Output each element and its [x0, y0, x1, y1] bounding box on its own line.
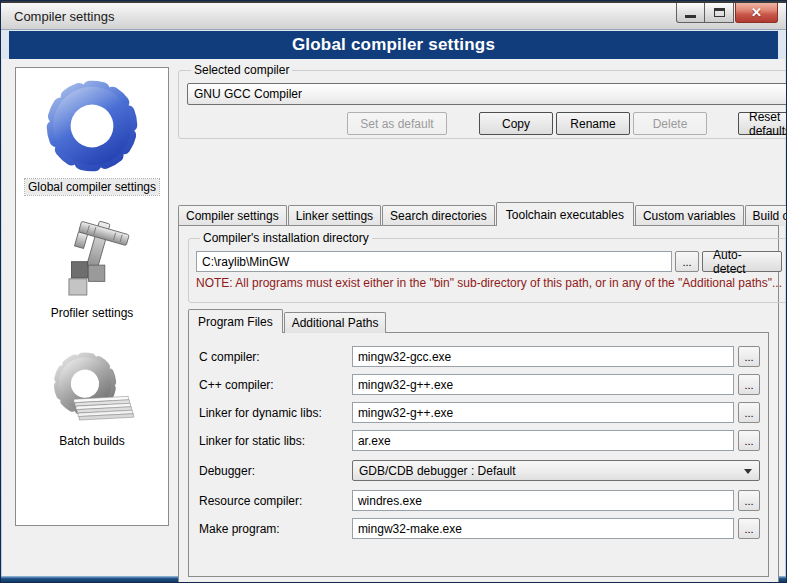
toolchain-executables-page: Compiler's installation directory C:\ray…: [178, 225, 779, 583]
cpp-compiler-label: C++ compiler:: [199, 378, 352, 392]
sidebar-item-profiler-settings[interactable]: Profiler settings: [48, 217, 137, 321]
compiler-select[interactable]: GNU GCC Compiler: [187, 83, 787, 105]
tab-search-directories[interactable]: Search directories: [382, 205, 495, 226]
delete-button[interactable]: Delete: [633, 112, 707, 135]
tab-compiler-settings[interactable]: Compiler settings: [178, 205, 287, 226]
auto-detect-button[interactable]: Auto-detect: [702, 251, 782, 272]
cpp-compiler-browse-button[interactable]: ...: [738, 374, 760, 395]
compiler-settings-dialog: Compiler settings ✕ Global compiler sett…: [0, 0, 787, 583]
sidebar-item-label: Global compiler settings: [25, 179, 159, 195]
sidebar-item-global-compiler-settings[interactable]: Global compiler settings: [25, 74, 159, 195]
make-program-row: Make program: mingw32-make.exe ...: [199, 518, 760, 539]
page-title: Global compiler settings: [292, 35, 495, 55]
program-tabstrip: Program Files Additional Paths: [188, 310, 387, 333]
install-dir-group-label: Compiler's installation directory: [200, 231, 372, 245]
maximize-icon: [714, 8, 725, 17]
rename-button[interactable]: Rename: [556, 112, 630, 135]
install-dir-group: Compiler's installation directory C:\ray…: [188, 231, 787, 303]
tab-build-options[interactable]: Build options: [745, 205, 787, 226]
dynamic-linker-browse-button[interactable]: ...: [738, 402, 760, 423]
blue-gear-icon: [40, 76, 144, 176]
resource-compiler-browse-button[interactable]: ...: [738, 490, 760, 511]
set-as-default-button[interactable]: Set as default: [347, 112, 447, 135]
reset-defaults-button[interactable]: Reset defaults: [738, 112, 787, 135]
tab-program-files[interactable]: Program Files: [188, 309, 283, 333]
make-program-input[interactable]: mingw32-make.exe: [352, 518, 734, 539]
static-linker-row: Linker for static libs: ar.exe ...: [199, 430, 760, 451]
maximize-button[interactable]: [705, 3, 734, 23]
debugger-row: Debugger: GDB/CDB debugger : Default: [199, 460, 760, 481]
install-dir-browse-button[interactable]: ...: [675, 251, 699, 272]
titlebar: Compiler settings ✕: [1, 1, 786, 30]
settings-content: Selected compiler GNU GCC Compiler Set a…: [178, 59, 779, 583]
cpp-compiler-input[interactable]: mingw32-g++.exe: [352, 374, 734, 395]
sidebar-item-batch-builds[interactable]: Batch builds: [47, 347, 137, 449]
resource-compiler-input[interactable]: windres.exe: [352, 490, 734, 511]
minimize-icon: [685, 15, 696, 18]
dynamic-linker-label: Linker for dynamic libs:: [199, 406, 352, 420]
make-program-browse-button[interactable]: ...: [738, 518, 760, 539]
static-linker-input[interactable]: ar.exe: [352, 430, 734, 451]
close-button[interactable]: ✕: [735, 3, 778, 23]
dialog-header: Global compiler settings: [9, 31, 778, 59]
selected-compiler-group: Selected compiler GNU GCC Compiler Set a…: [178, 63, 787, 139]
resource-compiler-label: Resource compiler:: [199, 494, 352, 508]
gray-gear-papers-icon: [48, 348, 136, 430]
close-icon: ✕: [751, 5, 762, 20]
install-dir-note: NOTE: All programs must exist either in …: [196, 276, 782, 290]
dialog-body: Global compiler settings: [2, 59, 785, 576]
dynamic-linker-input[interactable]: mingw32-g++.exe: [352, 402, 734, 423]
settings-category-list: Global compiler settings: [15, 67, 169, 526]
static-linker-browse-button[interactable]: ...: [738, 430, 760, 451]
make-program-label: Make program:: [199, 522, 352, 536]
window-title: Compiler settings: [14, 9, 114, 24]
c-compiler-browse-button[interactable]: ...: [738, 346, 760, 367]
resource-compiler-row: Resource compiler: windres.exe ...: [199, 490, 760, 511]
install-dir-input[interactable]: C:\raylib\MinGW: [196, 251, 672, 272]
compiler-select-value: GNU GCC Compiler: [194, 87, 302, 101]
caliper-icon: [51, 218, 133, 302]
cpp-compiler-row: C++ compiler: mingw32-g++.exe ...: [199, 374, 760, 395]
tab-toolchain-executables[interactable]: Toolchain executables: [496, 202, 634, 226]
dynamic-linker-row: Linker for dynamic libs: mingw32-g++.exe…: [199, 402, 760, 423]
tab-linker-settings[interactable]: Linker settings: [288, 205, 381, 226]
c-compiler-input[interactable]: mingw32-gcc.exe: [352, 346, 734, 367]
debugger-select-value: GDB/CDB debugger : Default: [359, 464, 516, 478]
tab-custom-variables[interactable]: Custom variables: [635, 205, 744, 226]
static-linker-label: Linker for static libs:: [199, 434, 352, 448]
debugger-label: Debugger:: [199, 464, 352, 478]
chevron-down-icon: [744, 469, 752, 474]
selected-compiler-group-label: Selected compiler: [191, 63, 292, 77]
program-files-page: C compiler: mingw32-gcc.exe ... C++ comp…: [188, 332, 769, 577]
sidebar-item-label: Batch builds: [56, 433, 127, 449]
tab-additional-paths[interactable]: Additional Paths: [284, 312, 387, 333]
c-compiler-row: C compiler: mingw32-gcc.exe ...: [199, 346, 760, 367]
copy-button[interactable]: Copy: [479, 112, 553, 135]
debugger-select[interactable]: GDB/CDB debugger : Default: [352, 460, 760, 481]
sidebar-item-label: Profiler settings: [48, 305, 137, 321]
main-tabstrip: Compiler settings Linker settings Search…: [178, 202, 779, 226]
minimize-button[interactable]: [676, 3, 705, 23]
c-compiler-label: C compiler:: [199, 350, 352, 364]
